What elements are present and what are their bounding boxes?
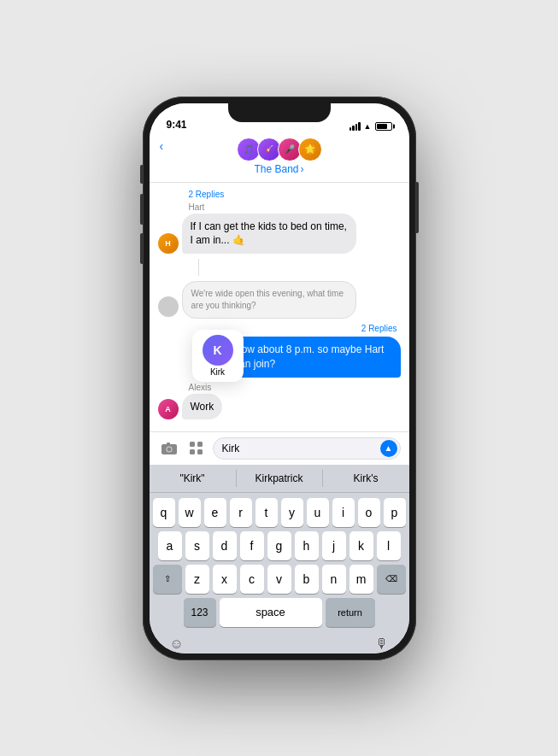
- bubble-1: If I can get the kids to bed on time, I …: [182, 214, 356, 255]
- notch: [228, 103, 331, 122]
- key-i[interactable]: i: [332, 498, 355, 527]
- keyboard-row-2: a s d f g h j k l: [153, 531, 406, 560]
- message-row-2: We're wide open this evening, what time …: [158, 281, 401, 319]
- thread-1: 2 Replies Hart H If I can get the kids t…: [158, 190, 401, 255]
- key-e[interactable]: e: [204, 498, 226, 527]
- key-n[interactable]: n: [322, 565, 346, 594]
- key-j[interactable]: j: [322, 531, 346, 560]
- status-time: 9:41: [167, 119, 187, 131]
- avatar-hart: H: [158, 233, 179, 254]
- key-s[interactable]: s: [185, 531, 209, 560]
- message-input-wrapper: Kirk ▲: [213, 437, 401, 460]
- key-h[interactable]: h: [295, 531, 319, 560]
- keyboard-row-1: q w e r t y u i o p: [153, 498, 406, 527]
- key-q[interactable]: q: [153, 498, 175, 527]
- thread-4: Alexis A Work: [158, 383, 401, 420]
- space-key[interactable]: space: [220, 598, 322, 627]
- mention-avatar: K: [203, 335, 233, 366]
- message-input[interactable]: Kirk: [213, 437, 401, 460]
- avatar-4: 🌟: [298, 138, 322, 161]
- key-z[interactable]: z: [185, 565, 209, 594]
- input-bar: Kirk ▲: [150, 431, 409, 465]
- keyboard: q w e r t y u i o p a s d f g h j k: [150, 493, 409, 635]
- key-w[interactable]: w: [179, 498, 201, 527]
- shift-key[interactable]: ⇧: [153, 565, 182, 594]
- delete-key[interactable]: ⌫: [377, 565, 406, 594]
- mention-popup[interactable]: K Kirk: [192, 330, 244, 382]
- return-key[interactable]: return: [326, 598, 375, 627]
- phone-screen: 9:41 ▲ ‹ 🎵 🎸 🎤 🌟: [150, 103, 409, 653]
- avatar-alexis: A: [158, 399, 179, 419]
- camera-button[interactable]: [158, 437, 180, 460]
- svg-rect-7: [197, 449, 203, 454]
- bubble-2: We're wide open this evening, what time …: [182, 281, 356, 319]
- svg-rect-5: [197, 442, 203, 447]
- sender-name-4: Alexis: [189, 383, 401, 392]
- key-y[interactable]: y: [281, 498, 303, 527]
- num-key[interactable]: 123: [184, 598, 216, 627]
- key-o[interactable]: o: [358, 498, 380, 527]
- key-d[interactable]: d: [213, 531, 237, 560]
- autocomplete-bar: "Kirk" Kirkpatrick Kirk's: [150, 465, 409, 493]
- volume-down-button: [140, 233, 143, 264]
- thread-spacer: [198, 259, 199, 276]
- sender-name-1: Hart: [189, 202, 401, 212]
- phone-frame: 9:41 ▲ ‹ 🎵 🎸 🎤 🌟: [143, 97, 416, 660]
- conversation-header: ‹ 🎵 🎸 🎤 🌟 The Band ›: [150, 134, 409, 183]
- avatar-ghost: [158, 296, 179, 317]
- message-row-1: H If I can get the kids to bed on time, …: [158, 214, 401, 255]
- power-button: [416, 182, 419, 233]
- key-t[interactable]: t: [256, 498, 278, 527]
- mute-button: [140, 165, 143, 184]
- svg-rect-3: [167, 442, 170, 445]
- svg-point-2: [167, 447, 171, 451]
- status-icons: ▲: [349, 122, 392, 131]
- battery-icon: [375, 122, 392, 131]
- send-icon: ▲: [385, 443, 393, 453]
- key-f[interactable]: f: [240, 531, 264, 560]
- key-k[interactable]: k: [349, 531, 373, 560]
- autocomplete-item-3[interactable]: Kirk's: [323, 472, 409, 484]
- signal-icon: [349, 122, 361, 131]
- key-g[interactable]: g: [267, 531, 291, 560]
- replies-label-3[interactable]: 2 Replies: [158, 324, 397, 333]
- bubble-3: How about 8 p.m. so maybe Hart can join?: [226, 337, 400, 378]
- apps-button[interactable]: [185, 437, 208, 460]
- keyboard-row-3: ⇧ z x c v b n m ⌫: [153, 565, 406, 594]
- key-p[interactable]: p: [384, 498, 406, 527]
- send-button[interactable]: ▲: [380, 440, 397, 457]
- message-row-4: A Work: [158, 394, 401, 420]
- key-v[interactable]: v: [267, 565, 291, 594]
- key-x[interactable]: x: [213, 565, 237, 594]
- group-name[interactable]: The Band ›: [254, 163, 303, 175]
- key-a[interactable]: a: [158, 531, 182, 560]
- emoji-icon[interactable]: ☺: [170, 636, 184, 652]
- svg-rect-6: [190, 449, 195, 454]
- mention-name: Kirk: [210, 367, 225, 377]
- key-r[interactable]: r: [230, 498, 252, 527]
- messages-area: 2 Replies Hart H If I can get the kids t…: [150, 183, 409, 431]
- replies-label-1[interactable]: 2 Replies: [189, 190, 401, 199]
- group-avatars: 🎵 🎸 🎤 🌟: [237, 138, 322, 161]
- key-c[interactable]: c: [240, 565, 264, 594]
- autocomplete-item-1[interactable]: "Kirk": [150, 472, 236, 484]
- key-m[interactable]: m: [349, 565, 373, 594]
- bottom-bar: ☺ 🎙: [150, 635, 409, 653]
- key-b[interactable]: b: [295, 565, 319, 594]
- autocomplete-item-2[interactable]: Kirkpatrick: [236, 472, 322, 484]
- wifi-icon: ▲: [364, 122, 372, 131]
- svg-rect-4: [190, 442, 195, 447]
- key-u[interactable]: u: [307, 498, 329, 527]
- keyboard-row-4: 123 space return: [153, 598, 406, 627]
- volume-up-button: [140, 194, 143, 225]
- back-button[interactable]: ‹: [160, 139, 164, 153]
- key-l[interactable]: l: [377, 531, 401, 560]
- bubble-4: Work: [182, 394, 223, 420]
- mic-icon[interactable]: 🎙: [375, 636, 389, 652]
